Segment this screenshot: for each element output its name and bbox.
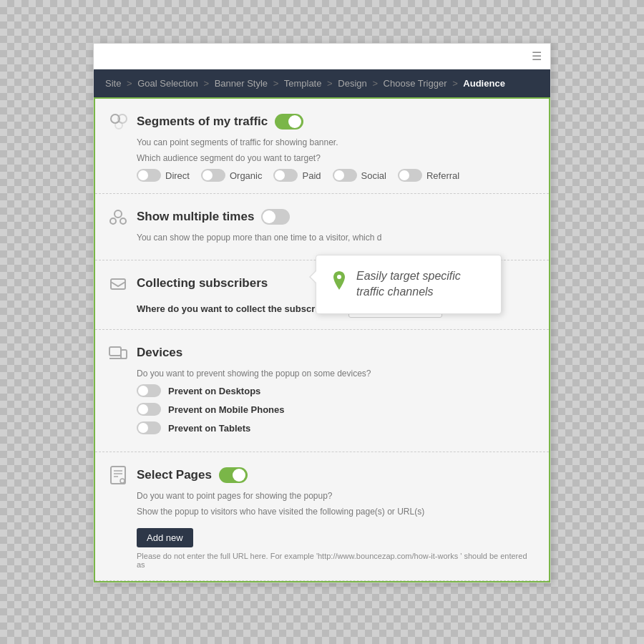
menu-bar: ☰ xyxy=(94,44,550,69)
nav-design[interactable]: Design xyxy=(338,78,366,89)
segment-buttons: Direct Organic Paid Social Referral xyxy=(137,169,537,182)
segments-question: Which audience segment do you want to ta… xyxy=(137,153,537,163)
svg-rect-10 xyxy=(111,467,125,484)
collecting-question: Where do you want to collect the subscri… xyxy=(137,303,343,314)
select-pages-desc2: Show the popup to visitors who have visi… xyxy=(137,507,537,517)
svg-rect-6 xyxy=(111,279,125,289)
svg-point-2 xyxy=(115,122,122,129)
content-area: Segments of my traffic You can point seg… xyxy=(94,97,550,582)
segment-referral: Referral xyxy=(398,169,459,182)
select-pages-icon xyxy=(107,464,130,487)
nav-bar: Site > Goal Selection > Banner Style > T… xyxy=(94,69,550,97)
devices-title: Devices xyxy=(137,346,182,360)
select-pages-section: Select Pages Do you want to point pages … xyxy=(95,452,549,581)
multiple-times-icon xyxy=(107,205,130,228)
referral-toggle[interactable] xyxy=(398,169,422,182)
svg-point-5 xyxy=(120,218,126,224)
nav-choose-trigger[interactable]: Choose Trigger xyxy=(384,78,447,89)
segments-desc: You can point segments of traffic for sh… xyxy=(137,137,537,147)
url-note: Please do not enter the full URL here. F… xyxy=(137,552,537,569)
nav-template[interactable]: Template xyxy=(284,78,322,89)
svg-rect-7 xyxy=(109,347,121,356)
multiple-times-desc: You can show the popup more than one tim… xyxy=(137,233,537,243)
multiple-times-title: Show multiple times xyxy=(137,210,254,224)
segment-social: Social xyxy=(333,169,386,182)
nav-site[interactable]: Site xyxy=(105,78,121,89)
segments-toggle[interactable] xyxy=(275,114,303,130)
devices-section: Devices Do you want to prevent showing t… xyxy=(95,330,549,452)
segments-section: Segments of my traffic You can point seg… xyxy=(95,99,549,194)
prevent-desktops-toggle[interactable] xyxy=(137,384,161,397)
prevent-desktops-label: Prevent on Desktops xyxy=(168,386,260,396)
prevent-mobile-label: Prevent on Mobile Phones xyxy=(168,404,285,415)
hamburger-icon[interactable]: ☰ xyxy=(532,49,542,63)
devices-desc: Do you want to prevent showing the popup… xyxy=(137,369,537,379)
add-new-button[interactable]: Add new xyxy=(137,528,193,547)
nav-goal-selection[interactable]: Goal Selection xyxy=(137,78,198,89)
svg-rect-8 xyxy=(121,350,127,358)
nav-audience: Audience xyxy=(463,78,505,89)
devices-icon xyxy=(107,341,130,364)
segment-direct: Direct xyxy=(137,169,190,182)
svg-point-4 xyxy=(110,218,116,224)
segments-icon xyxy=(107,110,130,133)
prevent-desktops-row: Prevent on Desktops xyxy=(137,384,537,397)
select-pages-desc: Do you want to point pages for showing t… xyxy=(137,491,537,501)
prevent-tablets-label: Prevent on Tablets xyxy=(168,423,250,434)
segments-title: Segments of my traffic xyxy=(137,114,268,129)
tooltip-pin-icon xyxy=(331,270,348,296)
prevent-mobile-row: Prevent on Mobile Phones xyxy=(137,403,537,416)
tooltip-overlay: Easily target specific traffic channels xyxy=(316,255,502,314)
browser-window: ☰ Site > Goal Selection > Banner Style >… xyxy=(93,43,551,583)
direct-toggle[interactable] xyxy=(137,169,161,182)
select-pages-title: Select Pages xyxy=(137,468,212,482)
tooltip-text: Easily target specific traffic channels xyxy=(356,268,487,301)
collecting-title: Collecting subscribers xyxy=(137,276,268,291)
multiple-times-section: Show multiple times You can show the pop… xyxy=(95,194,549,260)
select-pages-toggle[interactable] xyxy=(219,467,248,483)
nav-banner-style[interactable]: Banner Style xyxy=(215,78,268,89)
prevent-tablets-row: Prevent on Tablets xyxy=(137,421,537,434)
multiple-times-toggle[interactable] xyxy=(261,209,290,225)
segment-paid: Paid xyxy=(273,169,321,182)
collecting-icon xyxy=(107,272,130,295)
svg-point-3 xyxy=(114,210,122,218)
paid-toggle[interactable] xyxy=(273,169,298,182)
segment-organic: Organic xyxy=(201,169,263,182)
svg-point-16 xyxy=(337,275,341,279)
social-toggle[interactable] xyxy=(333,169,357,182)
prevent-mobile-toggle[interactable] xyxy=(137,403,161,416)
prevent-tablets-toggle[interactable] xyxy=(137,421,161,434)
organic-toggle[interactable] xyxy=(201,169,225,182)
